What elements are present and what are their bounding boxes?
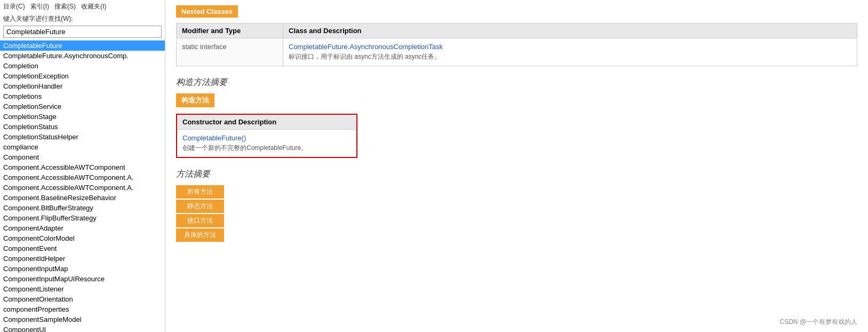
method-tab[interactable]: 所有方法: [176, 185, 224, 199]
constructor-badge: 构造方法: [176, 93, 214, 107]
list-item[interactable]: ComponentInputMap: [0, 264, 165, 274]
list-item[interactable]: CompletionStage: [0, 112, 165, 122]
right-panel: Nested Classes Modifier and Type Class a…: [165, 0, 868, 332]
method-tab[interactable]: 接口方法: [176, 214, 224, 227]
class-list: CompletableFutureCompletableFuture.Async…: [0, 41, 165, 332]
search-label: 键入关键字进行查找(W):: [3, 14, 162, 23]
list-item[interactable]: Component: [0, 152, 165, 162]
method-tab[interactable]: 静态方法: [176, 200, 224, 213]
constructor-box: Constructor and Description CompletableF…: [176, 114, 357, 158]
list-item[interactable]: CompletableFuture: [0, 41, 165, 51]
class-link[interactable]: CompletableFuture.AsynchronousCompletion…: [289, 43, 443, 51]
menu-item-index[interactable]: 索引(I): [30, 2, 49, 11]
constructor-summary-title: 构造方法摘要: [176, 77, 857, 88]
constructor-description: 创建一个新的不完整的CompletableFuture。: [182, 144, 351, 153]
menu-item-search[interactable]: 搜索(S): [54, 2, 76, 11]
class-desc-cell: CompletableFuture.AsynchronousCompletion…: [283, 38, 857, 66]
menu-bar: 目录(C) 索引(I) 搜索(S) 收藏夹(I): [3, 2, 162, 11]
watermark: CSDN @一个有梦有戏的人: [779, 318, 857, 327]
constructor-box-body: CompletableFuture() 创建一个新的不完整的Completabl…: [177, 130, 356, 157]
list-item[interactable]: Component.BaselineResizeBehavior: [0, 193, 165, 203]
list-item[interactable]: ComponentColorModel: [0, 233, 165, 243]
col-header-class-desc: Class and Description: [283, 23, 857, 38]
search-input[interactable]: [3, 26, 162, 38]
list-item[interactable]: ComponentAdapter: [0, 223, 165, 233]
list-item[interactable]: Component.FlipBufferStrategy: [0, 213, 165, 223]
list-item[interactable]: Completions: [0, 91, 165, 101]
constructor-box-header: Constructor and Description: [177, 115, 356, 130]
list-item[interactable]: ComponentSampleModel: [0, 314, 165, 325]
list-item[interactable]: componentProperties: [0, 304, 165, 314]
list-item[interactable]: ComponentOrientation: [0, 294, 165, 304]
modifier-cell: static interface: [177, 38, 283, 66]
list-item[interactable]: CompletableFuture.AsynchronousComp.: [0, 51, 165, 61]
list-item[interactable]: CompletionStatus: [0, 122, 165, 132]
list-item[interactable]: ComponentUI: [0, 325, 165, 332]
top-toolbar: 目录(C) 索引(I) 搜索(S) 收藏夹(I) 键入关键字进行查找(W):: [0, 0, 165, 41]
list-item[interactable]: ComponentInputMapUIResource: [0, 274, 165, 284]
menu-item-favorites[interactable]: 收藏夹(I): [81, 2, 106, 11]
menu-item-catalog[interactable]: 目录(C): [3, 2, 25, 11]
nested-classes-table: Modifier and Type Class and Description …: [176, 23, 857, 66]
list-item[interactable]: CompletionService: [0, 101, 165, 112]
list-item[interactable]: ComponentEvent: [0, 243, 165, 254]
constructor-method-link[interactable]: CompletableFuture(): [182, 134, 246, 142]
list-item[interactable]: Component.AccessibleAWTComponent.A.: [0, 172, 165, 183]
list-item[interactable]: CompletionStatusHelper: [0, 132, 165, 142]
method-tabs: 所有方法静态方法接口方法具体的方法: [176, 185, 229, 242]
col-header-modifier: Modifier and Type: [177, 23, 283, 38]
list-item[interactable]: Component.AccessibleAWTComponent: [0, 162, 165, 172]
left-panel: 目录(C) 索引(I) 搜索(S) 收藏夹(I) 键入关键字进行查找(W): C…: [0, 0, 165, 332]
list-item[interactable]: ComponentListener: [0, 284, 165, 294]
list-item[interactable]: ComponentIdHelper: [0, 254, 165, 264]
list-item[interactable]: CompletionException: [0, 71, 165, 81]
method-tab[interactable]: 具体的方法: [176, 228, 224, 242]
list-item[interactable]: compliance: [0, 142, 165, 152]
list-item[interactable]: CompletionHandler: [0, 81, 165, 91]
class-description: 标识接口，用于标识由 async方法生成的 async任务。: [289, 52, 851, 61]
nested-classes-badge: Nested Classes: [176, 5, 238, 18]
method-summary-title: 方法摘要: [176, 169, 857, 180]
list-item[interactable]: Component.AccessibleAWTComponent.A.: [0, 183, 165, 193]
list-item[interactable]: Component.BltBufferStrategy: [0, 203, 165, 213]
list-item[interactable]: Completion: [0, 61, 165, 71]
table-row: static interfaceCompletableFuture.Asynch…: [177, 38, 857, 66]
